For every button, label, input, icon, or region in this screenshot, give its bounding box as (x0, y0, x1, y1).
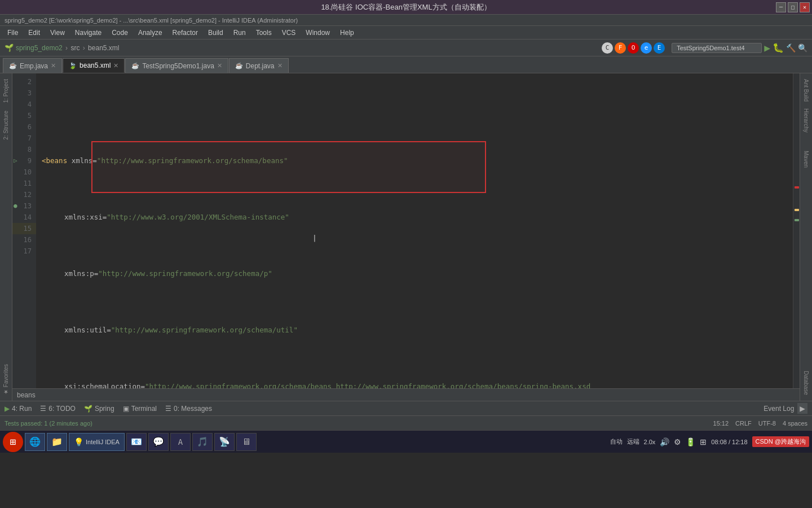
taskbar-icon-6[interactable]: 🖥 (236, 433, 257, 451)
test-status: Tests passed: 1 (2 minutes ago) (5, 420, 92, 427)
hierarchy-icon[interactable]: Hierarchy (802, 105, 810, 136)
nav-bar: 🌱 spring5_demo2 › src › bean5.xml C F O … (0, 40, 812, 56)
tab-testspring-close[interactable]: ✕ (217, 62, 222, 69)
taskbar-volume-icon[interactable]: 🔊 (660, 437, 669, 446)
taskbar-icon-5[interactable]: 📡 (214, 433, 235, 451)
src-folder[interactable]: src (70, 44, 80, 52)
ie-icon[interactable]: e (641, 42, 652, 54)
xml-file-icon: 🍃 (69, 62, 77, 69)
sidebar-project-icon[interactable]: 1: Project (2, 76, 10, 106)
menu-view[interactable]: View (46, 28, 69, 38)
bottom-panel: ▶ 4: Run ☰ 6: TODO 🌱 Spring ▣ Terminal ☰… (0, 401, 812, 415)
taskbar: ⊞ 🌐 📁 💡 IntelliJ IDEA 📧 💬 A 🎵 📡 🖥 自动 远端 … (0, 430, 812, 453)
debug-button[interactable]: 🐛 (773, 42, 784, 53)
event-log-button[interactable]: Event Log (764, 405, 794, 413)
comment-annotation-box (91, 141, 486, 193)
todo-tab[interactable]: ☰ 6: TODO (40, 405, 76, 413)
indent-indicator: 4 spaces (783, 420, 807, 427)
menu-refactor[interactable]: Refactor (168, 28, 202, 38)
menu-edit[interactable]: Edit (24, 28, 45, 38)
spring-tab[interactable]: 🌱 Spring (84, 405, 114, 413)
todo-icon: ☰ (40, 405, 46, 413)
menu-help[interactable]: Help (336, 28, 359, 38)
menu-vcs[interactable]: VCS (277, 28, 301, 38)
taskbar-browser[interactable]: 🌐 (25, 433, 45, 451)
tab-testspring-label: TestSpring5Demo1.java (142, 62, 214, 70)
current-file[interactable]: bean5.xml (88, 44, 119, 52)
tab-testspring-java[interactable]: ☕ TestSpring5Demo1.java ✕ (125, 58, 228, 73)
taskbar-remote: 远端 (627, 437, 639, 446)
maximize-button[interactable]: □ (788, 2, 798, 12)
taskbar-intellij[interactable]: 💡 IntelliJ IDEA (69, 433, 125, 451)
menu-tools[interactable]: Tools (251, 28, 276, 38)
edge-icon[interactable]: E (654, 42, 665, 54)
start-button[interactable]: ⊞ (3, 432, 23, 452)
code-line-5: xmlns:util="http://www.springframework.o… (42, 325, 793, 336)
menu-navigate[interactable]: Navigate (70, 28, 106, 38)
tab-emp-close[interactable]: ✕ (51, 62, 56, 69)
tab-dept-close[interactable]: ✕ (277, 62, 283, 69)
taskbar-icon-1[interactable]: 📧 (126, 433, 147, 451)
minimize-button[interactable]: ─ (776, 2, 786, 12)
run-button[interactable]: ▶ (764, 42, 770, 54)
terminal-icon: ▣ (123, 405, 129, 413)
tab-bean5-xml[interactable]: 🍃 bean5.xml ✕ (63, 58, 125, 73)
test-java-icon: ☕ (131, 62, 139, 69)
cursor-indicator: | (312, 233, 317, 244)
window-subtitle: spring5_demo2 [E:\work\spring5_demo2] - … (5, 17, 298, 24)
intellij-taskbar-label: IntelliJ IDEA (86, 439, 120, 445)
opera-icon[interactable]: O (628, 42, 639, 54)
messages-tab[interactable]: ☰ 0: Messages (165, 405, 212, 413)
code-content[interactable]: <beans xmlns="http://www.springframework… (36, 73, 793, 388)
menu-analyze[interactable]: Analyze (134, 28, 167, 38)
code-line-4: xmlns:p="http://www.springframework.org/… (42, 268, 793, 279)
taskbar-resize-icon[interactable]: ⊞ (700, 437, 707, 446)
database-icon[interactable]: Database (802, 367, 810, 398)
java-file-icon: ☕ (9, 62, 17, 69)
csdn-badge: CSDN @跨越海沟 (752, 436, 809, 447)
sidebar-favorites-icon[interactable]: ★ Favorites (2, 361, 10, 398)
run-tab-num: 4: Run (12, 405, 32, 413)
tab-dept-java[interactable]: ☕ Dept.java ✕ (229, 58, 289, 73)
menu-run[interactable]: Run (229, 28, 250, 38)
taskbar-icon-2[interactable]: 💬 (148, 433, 169, 451)
tab-bean5-close[interactable]: ✕ (113, 62, 118, 69)
firefox-icon[interactable]: F (615, 42, 626, 54)
code-editor-area: 2 3 4 5 6 7 8 9 ▷ 10 11 12 13 ● 14 1 (12, 73, 800, 401)
tab-emp-label: Emp.java (20, 62, 48, 70)
taskbar-zoom: 2.0x (644, 439, 656, 445)
build-button[interactable]: 🔨 (786, 43, 796, 52)
taskbar-icon-4[interactable]: 🎵 (192, 433, 213, 451)
code-status-text: beans (12, 388, 800, 401)
run-tab[interactable]: ▶ 4: Run (5, 405, 32, 413)
close-button[interactable]: ✕ (800, 2, 810, 12)
ant-build-icon[interactable]: Ant Build (802, 76, 810, 105)
status-bar: Tests passed: 1 (2 minutes ago) 15:12 CR… (0, 415, 812, 430)
todo-label: 6: TODO (48, 405, 76, 413)
taskbar-settings-icon[interactable]: ⚙ (674, 437, 681, 446)
expand-panel-button[interactable]: ▶ (797, 403, 807, 414)
taskbar-file-explorer[interactable]: 📁 (47, 433, 67, 451)
right-gutter (793, 73, 800, 388)
sidebar-structure-icon[interactable]: 2: Structure (2, 107, 10, 143)
messages-icon: ☰ (165, 405, 171, 413)
line-separator: CRLF (735, 420, 752, 427)
menu-code[interactable]: Code (107, 28, 133, 38)
chrome-icon[interactable]: C (602, 42, 613, 54)
encoding-indicator: UTF-8 (758, 420, 776, 427)
dept-java-icon: ☕ (235, 62, 243, 69)
tab-emp-java[interactable]: ☕ Emp.java ✕ (3, 58, 62, 73)
spring-icon: 🌱 (84, 405, 92, 413)
project-name[interactable]: spring5_demo2 (16, 44, 63, 52)
menu-build[interactable]: Build (204, 28, 228, 38)
terminal-tab[interactable]: ▣ Terminal (123, 405, 157, 413)
menu-window[interactable]: Window (301, 28, 334, 38)
cursor-position: 15:12 (713, 420, 729, 427)
run-config-dropdown[interactable] (672, 43, 762, 53)
menu-file[interactable]: File (3, 28, 23, 38)
maven-icon[interactable]: Maven (802, 147, 810, 171)
taskbar-battery-icon: 🔋 (686, 437, 695, 446)
taskbar-clock: 08:08 / 12:18 (711, 439, 747, 445)
search-everywhere-button[interactable]: 🔍 (798, 43, 807, 52)
taskbar-icon-3[interactable]: A (170, 433, 191, 451)
